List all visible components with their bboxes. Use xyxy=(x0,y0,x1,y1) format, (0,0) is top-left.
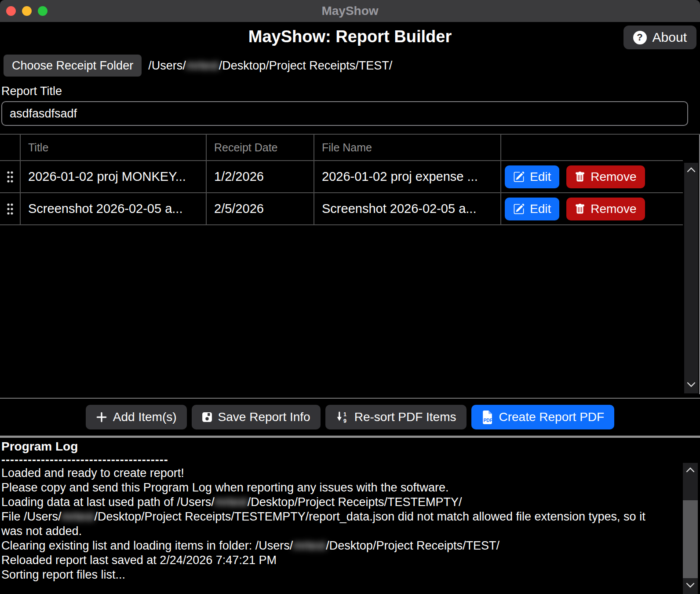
folder-row: Choose Receipt Folder /Users/mrtest/Desk… xyxy=(0,54,700,77)
add-items-label: Add Item(s) xyxy=(113,410,177,424)
remove-button[interactable]: Remove xyxy=(566,165,645,188)
trash-icon xyxy=(575,172,585,182)
header-handle-cell xyxy=(0,135,21,161)
folder-path-prefix: /Users/ xyxy=(148,59,186,72)
row-drag-handle[interactable] xyxy=(0,161,21,193)
edit-button[interactable]: Edit xyxy=(505,198,559,220)
log-line: Please copy and send this Program Log wh… xyxy=(1,480,670,495)
table-row: Screenshot 2026-02-05 a... 2/5/2026 Scre… xyxy=(0,193,683,225)
edit-label: Edit xyxy=(530,202,551,216)
chevron-down-icon[interactable] xyxy=(686,381,696,389)
log-text: Loading data at last used path of /Users… xyxy=(1,495,215,509)
redacted-username: mrtest xyxy=(215,495,248,509)
remove-button[interactable]: Remove xyxy=(566,198,645,220)
page-title: MayShow: Report Builder xyxy=(0,22,700,46)
row-drag-handle[interactable] xyxy=(0,193,21,225)
log-text: File /Users/ xyxy=(1,510,62,523)
svg-text:9: 9 xyxy=(343,418,346,423)
about-button[interactable]: ? About xyxy=(623,26,696,49)
table-row: 2026-01-02 proj MONKEY... 1/2/2026 2026-… xyxy=(0,161,683,193)
row-receipt-date: 2/5/2026 xyxy=(207,193,314,225)
choose-folder-button[interactable]: Choose Receipt Folder xyxy=(4,55,142,77)
chevron-up-icon[interactable] xyxy=(685,467,695,475)
log-text: /Desktop/Project Receipts/TEST/ xyxy=(326,539,499,552)
grip-vertical-icon xyxy=(6,170,14,183)
log-line: Sorting report files list... xyxy=(1,568,670,582)
row-actions: Edit Remove xyxy=(501,193,683,225)
resort-pdf-button[interactable]: 1 9 Re-sort PDF Items xyxy=(325,405,467,429)
redacted-username: mrtest xyxy=(186,59,219,72)
redacted-username: mrtest xyxy=(62,510,95,523)
pencil-square-icon xyxy=(513,171,525,183)
table-header-row: Title Receipt Date File Name xyxy=(0,135,683,161)
log-text: /Desktop/Project Receipts/TESTEMPTY/ xyxy=(248,495,462,509)
plus-icon xyxy=(96,411,107,423)
row-file-name: Screenshot 2026-02-05 a... xyxy=(314,193,501,225)
titlebar[interactable]: MayShow xyxy=(0,0,700,22)
question-icon: ? xyxy=(633,31,647,44)
chevron-down-icon[interactable] xyxy=(685,582,695,590)
items-table: Title Receipt Date File Name 2026-01-02 … xyxy=(0,134,700,394)
pdf-file-icon: PDF xyxy=(481,411,493,424)
report-title-label: Report Title xyxy=(0,77,700,99)
save-report-label: Save Report Info xyxy=(218,410,310,424)
grip-vertical-icon xyxy=(6,202,14,216)
resort-pdf-label: Re-sort PDF Items xyxy=(354,410,456,424)
close-button[interactable] xyxy=(6,6,16,16)
minimize-button[interactable] xyxy=(22,6,32,16)
row-title: 2026-01-02 proj MONKEY... xyxy=(21,161,207,193)
folder-path: /Users/mrtest/Desktop/Project Receipts/T… xyxy=(148,59,392,73)
column-header-receipt-date: Receipt Date xyxy=(207,135,314,161)
remove-label: Remove xyxy=(591,202,636,216)
log-line: Reloaded report last saved at 2/24/2026 … xyxy=(1,553,670,568)
table-scrollbar[interactable] xyxy=(684,163,698,393)
log-line: Loaded and ready to create report! xyxy=(1,466,670,480)
toolbar: Add Item(s) Save Report Info 1 9 Re-sort… xyxy=(0,398,700,436)
edit-label: Edit xyxy=(530,170,551,184)
sort-numeric-icon: 1 9 xyxy=(335,411,349,423)
window-title: MayShow xyxy=(0,0,700,22)
column-header-file-name: File Name xyxy=(314,135,501,161)
program-log: Program Log ----------------------------… xyxy=(0,438,700,594)
create-pdf-button[interactable]: PDF Create Report PDF xyxy=(471,405,615,429)
svg-text:PDF: PDF xyxy=(483,418,492,422)
log-dashed-separator: -------------------------------------- xyxy=(1,454,700,466)
create-pdf-label: Create Report PDF xyxy=(499,410,605,424)
chevron-up-icon[interactable] xyxy=(686,167,696,175)
column-header-actions xyxy=(501,135,683,161)
about-label: About xyxy=(653,30,687,45)
log-line: Clearing existing list and loading items… xyxy=(1,539,670,553)
log-scrollbar-thumb[interactable] xyxy=(683,500,698,578)
row-receipt-date: 1/2/2026 xyxy=(207,161,314,193)
log-scrollbar[interactable] xyxy=(683,463,698,594)
log-text: Clearing existing list and loading items… xyxy=(1,539,293,552)
log-line: File /Users/mrtest/Desktop/Project Recei… xyxy=(1,510,670,539)
app-window: MayShow MayShow: Report Builder ? About … xyxy=(0,0,700,594)
add-items-button[interactable]: Add Item(s) xyxy=(86,405,187,429)
save-icon xyxy=(202,412,212,422)
app-header: MayShow: Report Builder ? About xyxy=(0,22,700,54)
row-actions: Edit Remove xyxy=(501,161,683,193)
remove-label: Remove xyxy=(591,170,636,184)
fullscreen-button[interactable] xyxy=(38,6,47,16)
row-title: Screenshot 2026-02-05 a... xyxy=(21,193,207,225)
redacted-username: mrtest xyxy=(293,539,326,552)
save-report-button[interactable]: Save Report Info xyxy=(192,405,321,429)
program-log-title: Program Log xyxy=(1,440,700,454)
folder-path-suffix: /Desktop/Project Receipts/TEST/ xyxy=(219,59,393,72)
trash-icon xyxy=(575,204,585,214)
svg-text:1: 1 xyxy=(343,411,346,418)
row-file-name: 2026-01-02 proj expense ... xyxy=(314,161,501,193)
traffic-lights xyxy=(6,6,47,16)
log-text: /Desktop/Project Receipts/TESTEMPTY/repo… xyxy=(1,510,645,538)
pencil-square-icon xyxy=(513,203,525,215)
column-header-title: Title xyxy=(21,135,207,161)
log-line: Loading data at last used path of /Users… xyxy=(1,495,670,510)
edit-button[interactable]: Edit xyxy=(505,165,559,188)
report-title-input[interactable] xyxy=(1,101,688,126)
